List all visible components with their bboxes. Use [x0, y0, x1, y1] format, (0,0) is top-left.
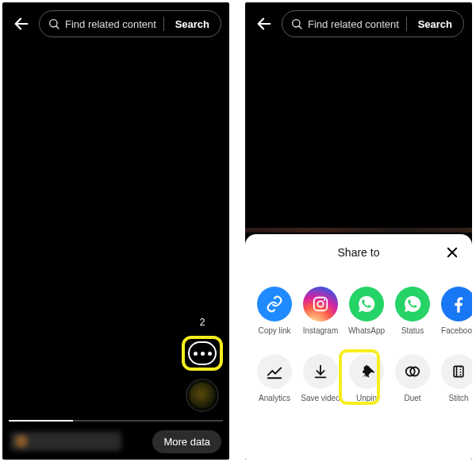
- progress-fill: [9, 420, 73, 422]
- instagram-icon: [303, 287, 338, 321]
- more-options-button[interactable]: [188, 341, 217, 365]
- share-sheet: Share to Copy link Instagram: [245, 234, 472, 460]
- share-copy-link[interactable]: Copy link: [253, 287, 296, 335]
- more-data-button[interactable]: More data: [152, 430, 221, 453]
- action-analytics[interactable]: Analytics: [253, 354, 296, 402]
- screenshot-right: Find related content Search Share to Cop…: [245, 2, 472, 460]
- search-field[interactable]: Find related content Search: [282, 10, 464, 37]
- search-icon: [290, 17, 303, 30]
- highlight-more: [182, 336, 223, 371]
- share-status[interactable]: Status: [391, 287, 434, 335]
- svg-point-10: [324, 299, 325, 301]
- stitch-icon: [441, 354, 472, 389]
- share-label: Status: [401, 326, 424, 335]
- whatsapp-icon: [349, 287, 384, 321]
- dot-icon: [208, 352, 212, 356]
- save-count: 2: [200, 317, 205, 328]
- caption-blurred: [10, 432, 121, 451]
- dot-icon: [201, 352, 205, 356]
- share-row: Copy link Instagram WhatsApp: [245, 271, 472, 341]
- share-label: Facebook: [441, 326, 472, 335]
- divider: [406, 17, 407, 31]
- search-field[interactable]: Find related content Search: [39, 10, 221, 37]
- divider: [163, 17, 164, 31]
- download-icon: [303, 354, 338, 389]
- svg-line-5: [299, 26, 301, 29]
- sheet-header: Share to: [245, 234, 472, 271]
- action-label: Unpin: [356, 394, 377, 402]
- pin-icon: [349, 354, 384, 389]
- search-placeholder: Find related content: [308, 18, 401, 30]
- share-label: WhatsApp: [348, 326, 385, 335]
- action-label: Analytics: [259, 394, 290, 402]
- action-row: Analytics Save video Unpin: [245, 341, 472, 409]
- action-save-video[interactable]: Save video: [299, 354, 342, 402]
- action-stitch[interactable]: Stitch: [437, 354, 472, 402]
- whatsapp-status-icon: [395, 287, 430, 321]
- dot-icon: [194, 352, 198, 356]
- top-bar: Find related content Search: [2, 2, 229, 45]
- bottom-row: More data: [2, 423, 229, 460]
- arrow-left-icon: [255, 15, 273, 33]
- search-button[interactable]: Search: [169, 18, 217, 30]
- share-label: Instagram: [303, 326, 338, 335]
- action-label: Save video: [301, 394, 340, 402]
- share-label: Copy link: [258, 326, 290, 335]
- action-label: Duet: [404, 394, 420, 402]
- video-edge: [245, 228, 472, 233]
- analytics-icon: [257, 354, 292, 389]
- right-rail: 2: [182, 317, 223, 412]
- link-icon: [257, 287, 292, 321]
- close-icon: [445, 245, 459, 260]
- svg-line-2: [56, 26, 59, 29]
- action-label: Stitch: [448, 394, 468, 402]
- share-instagram[interactable]: Instagram: [299, 287, 342, 335]
- progress-bar[interactable]: [9, 420, 223, 422]
- search-placeholder: Find related content: [65, 18, 159, 30]
- close-button[interactable]: [442, 242, 463, 263]
- svg-point-9: [317, 301, 323, 306]
- back-button[interactable]: [253, 13, 275, 35]
- share-whatsapp[interactable]: WhatsApp: [345, 287, 388, 335]
- facebook-icon: [441, 287, 472, 321]
- share-facebook[interactable]: Facebook: [437, 287, 472, 335]
- duet-icon: [395, 354, 430, 389]
- arrow-left-icon: [13, 15, 30, 33]
- search-icon: [48, 17, 60, 30]
- sound-disc[interactable]: [186, 379, 219, 412]
- svg-rect-16: [454, 366, 463, 376]
- action-duet[interactable]: Duet: [391, 354, 434, 402]
- back-button[interactable]: [10, 13, 33, 35]
- top-bar: Find related content Search: [245, 2, 472, 45]
- sheet-title: Share to: [338, 246, 380, 259]
- action-unpin[interactable]: Unpin: [345, 354, 388, 402]
- search-button[interactable]: Search: [412, 18, 460, 30]
- screenshot-left: Find related content Search 2 More data: [2, 2, 229, 460]
